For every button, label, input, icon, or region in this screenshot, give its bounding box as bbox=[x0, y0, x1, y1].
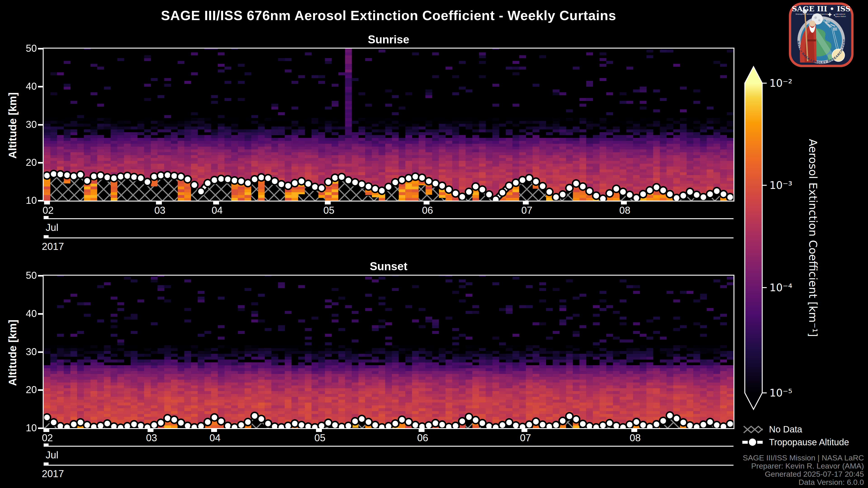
panel-title-sunset: Sunset bbox=[43, 260, 734, 273]
no-data-hatch-icon bbox=[742, 424, 763, 435]
x-tick-label: 03 bbox=[154, 205, 165, 216]
x-tick-label: 03 bbox=[146, 432, 157, 444]
logo-subtitle-right-1: International bbox=[835, 13, 845, 15]
colorbar-tick-label: 10⁻⁵ bbox=[770, 387, 792, 399]
sage-iii-iss-logo: BALL • NASA LANGLEY RESEARCH CENTER • TA… bbox=[788, 2, 854, 68]
x-tick-mark bbox=[621, 201, 627, 204]
legend-item-tropopause: Tropopause Altitude bbox=[742, 435, 864, 449]
attribution-line: Data Version: 6.0.0 bbox=[743, 478, 864, 486]
x-tick-label: 02 bbox=[42, 205, 54, 216]
y-tick-label: 10 bbox=[12, 195, 37, 206]
colorbar: 10⁻² 10⁻³ 10⁻⁴ 10⁻⁵ Aerosol Extinction C… bbox=[741, 63, 868, 416]
sunrise-heatmap bbox=[43, 48, 734, 201]
y-tick-mark bbox=[38, 389, 43, 391]
tropopause-line-icon bbox=[742, 437, 763, 448]
y-tick-mark bbox=[38, 86, 43, 88]
x-tick-mark bbox=[631, 429, 637, 432]
x-tick-mark bbox=[325, 201, 331, 204]
attribution: SAGE III/ISS Mission | NASA LaRC Prepare… bbox=[743, 454, 864, 486]
y-tick-mark bbox=[38, 162, 43, 164]
panel-title-sunrise: Sunrise bbox=[43, 33, 734, 46]
y-tick-label: 10 bbox=[12, 422, 37, 433]
y-tick-mark bbox=[38, 200, 43, 201]
legend: No Data Tropopause Altitude bbox=[742, 423, 864, 449]
x-tick-label: 08 bbox=[630, 432, 641, 444]
month-axis-line-sunset bbox=[43, 446, 734, 447]
year-label-sunset: 2017 bbox=[42, 468, 64, 480]
page: SAGE III/ISS 676nm Aerosol Extinction Co… bbox=[0, 0, 868, 488]
x-tick-label: 05 bbox=[323, 205, 334, 216]
logo-title: SAGE III • ISS bbox=[792, 4, 850, 13]
logo-subtitle-left: Stratospheric Aerosol and Gas Experiment… bbox=[796, 13, 831, 15]
y-tick-label: 50 bbox=[12, 270, 37, 281]
x-tick-mark bbox=[523, 201, 529, 204]
y-tick-label: 40 bbox=[12, 308, 37, 319]
y-tick-label: 20 bbox=[12, 384, 37, 395]
x-tick-label: 08 bbox=[619, 205, 630, 216]
x-tick-mark bbox=[156, 201, 162, 204]
x-tick-label: 07 bbox=[521, 205, 532, 216]
x-tick-label: 04 bbox=[212, 205, 223, 216]
y-tick-mark bbox=[38, 427, 43, 429]
y-tick-mark bbox=[38, 275, 43, 276]
legend-label-tropopause: Tropopause Altitude bbox=[769, 437, 849, 447]
y-tick-label: 30 bbox=[12, 119, 37, 130]
colorbar-bar bbox=[745, 67, 762, 410]
y-tick-label: 20 bbox=[12, 157, 37, 168]
month-axis-tick-sunset bbox=[43, 444, 49, 446]
month-label-sunset: Jul bbox=[46, 449, 58, 461]
attribution-line: Generated 2025-07-17 20:45 bbox=[743, 470, 864, 478]
x-tick-mark bbox=[424, 201, 430, 204]
y-tick-label: 30 bbox=[12, 346, 37, 357]
colorbar-tick-label: 10⁻⁴ bbox=[770, 282, 792, 294]
month-axis-line-sunrise bbox=[43, 218, 734, 219]
logo-subtitle-right-2: Space Station bbox=[835, 15, 846, 18]
x-tick-label: 02 bbox=[42, 432, 53, 444]
y-tick-mark bbox=[38, 351, 43, 353]
x-tick-mark bbox=[522, 429, 527, 432]
sunset-heatmap bbox=[43, 275, 734, 428]
colorbar-tick-label: 10⁻³ bbox=[770, 179, 792, 191]
year-axis-line-sunrise bbox=[43, 237, 734, 238]
x-tick-label: 05 bbox=[314, 432, 326, 444]
month-axis-tick-sunrise bbox=[43, 216, 49, 219]
year-label-sunrise: 2017 bbox=[42, 241, 64, 252]
x-tick-mark bbox=[211, 429, 217, 432]
x-tick-mark bbox=[43, 429, 49, 432]
legend-item-no-data: No Data bbox=[742, 423, 864, 435]
month-label-sunrise: Jul bbox=[46, 222, 58, 233]
colorbar-tick-label: 10⁻² bbox=[770, 77, 792, 89]
x-tick-mark bbox=[44, 201, 50, 204]
sunrise-heatmap-canvas bbox=[43, 48, 734, 201]
sunset-heatmap-canvas bbox=[43, 275, 734, 428]
x-tick-mark bbox=[213, 201, 219, 204]
x-tick-mark bbox=[418, 429, 425, 432]
colorbar-axis-label: Aerosol Extinction Coefficient [km⁻¹] bbox=[807, 139, 819, 337]
year-axis-tick-sunset bbox=[43, 462, 49, 465]
x-tick-mark bbox=[316, 429, 322, 432]
page-title: SAGE III/ISS 676nm Aerosol Extinction Co… bbox=[43, 8, 734, 23]
x-tick-mark bbox=[148, 429, 153, 432]
x-tick-label: 07 bbox=[520, 432, 531, 444]
attribution-line: SAGE III/ISS Mission | NASA LaRC bbox=[743, 454, 864, 462]
x-tick-label: 04 bbox=[210, 432, 221, 444]
y-tick-mark bbox=[38, 313, 43, 315]
y-tick-label: 40 bbox=[12, 80, 37, 92]
legend-label-no-data: No Data bbox=[769, 424, 802, 434]
y-tick-label: 50 bbox=[12, 43, 37, 54]
x-tick-label: 06 bbox=[417, 432, 428, 444]
year-axis-line-sunset bbox=[43, 465, 734, 466]
y-tick-mark bbox=[38, 48, 43, 50]
x-tick-label: 06 bbox=[422, 205, 433, 216]
attribution-line: Preparer: Kevin R. Leavor (AMA) bbox=[743, 462, 864, 470]
y-tick-mark bbox=[38, 124, 43, 126]
year-axis-tick-sunrise bbox=[43, 235, 49, 238]
